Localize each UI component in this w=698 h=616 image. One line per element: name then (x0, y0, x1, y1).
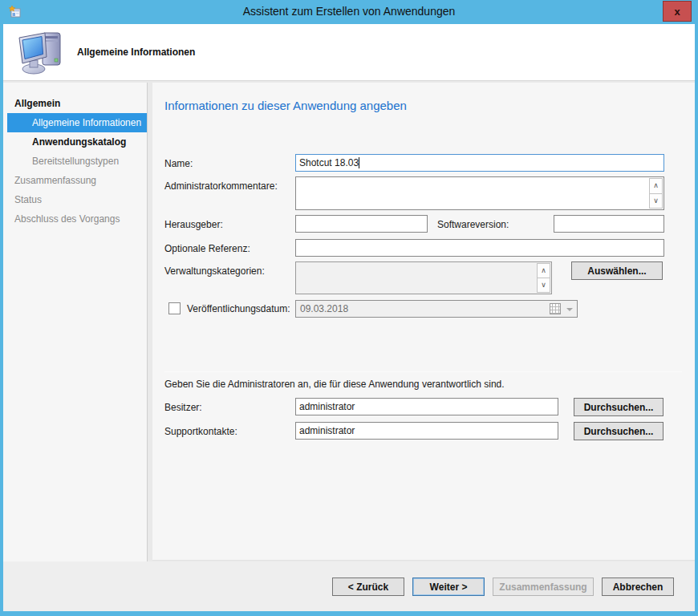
support-contacts-input[interactable] (295, 422, 558, 440)
sidebar-item-status[interactable]: Status (3, 190, 147, 209)
software-version-input[interactable] (554, 215, 664, 233)
select-categories-button[interactable]: Auswählen... (571, 261, 663, 280)
sidebar-item-abschluss[interactable]: Abschluss des Vorgangs (3, 209, 147, 229)
owner-input[interactable] (295, 398, 558, 415)
wizard-nav-sidebar: Allgemein Allgemeine Informationen Anwen… (3, 83, 148, 593)
cancel-button[interactable]: Abbrechen (602, 578, 674, 596)
publisher-label: Herausgeber: (164, 219, 223, 230)
publish-date-input: 09.03.2018 (295, 300, 578, 318)
optional-reference-label: Optionale Referenz: (164, 243, 250, 254)
summary-button: Zusammenfassung (493, 578, 594, 596)
sidebar-item-allgemeine-informationen[interactable]: Allgemeine Informationen (7, 113, 147, 132)
categories-label: Verwaltungskategorien: (164, 265, 265, 277)
publisher-input[interactable] (295, 215, 428, 233)
categories-input: ∧ ∨ (295, 261, 552, 294)
sidebar-item-anwendungskatalog[interactable]: Anwendungskatalog (3, 132, 147, 152)
text-caret (359, 157, 359, 168)
next-button[interactable]: Weiter > (412, 578, 485, 596)
page-title: Informationen zu dieser Anwendung angebe… (164, 99, 407, 112)
scroll-spinner: ∧ ∨ (649, 178, 663, 209)
wizard-window: Assistent zum Erstellen von Anwendungen … (0, 0, 698, 616)
sidebar-item-allgemein[interactable]: Allgemein (3, 94, 147, 113)
close-button[interactable]: x (663, 1, 692, 22)
scroll-spinner: ∧ ∨ (537, 263, 550, 293)
sidebar-item-zusammenfassung[interactable]: Zusammenfassung (3, 171, 147, 190)
name-label: Name: (164, 158, 193, 169)
browse-owner-button[interactable]: Durchsuchen... (574, 398, 664, 416)
publish-date-value: 09.03.2018 (300, 303, 348, 314)
support-contacts-label: Supportkontakte: (164, 426, 237, 437)
scroll-up-icon[interactable]: ∧ (537, 263, 550, 278)
publish-date-label: Veröffentlichungsdatum: (187, 303, 290, 314)
scroll-down-icon[interactable]: ∨ (537, 278, 550, 293)
computer-icon (16, 30, 66, 75)
back-button[interactable]: < Zurück (332, 578, 404, 596)
window-title: Assistent zum Erstellen von Anwendungen (0, 5, 698, 18)
publish-date-checkbox[interactable] (168, 302, 181, 314)
calendar-icon[interactable] (550, 303, 561, 314)
browse-support-button[interactable]: Durchsuchen... (574, 422, 664, 440)
chevron-down-icon[interactable] (566, 308, 573, 311)
close-icon: x (674, 6, 680, 18)
sidebar-item-bereitstellungstypen[interactable]: Bereitstellungstypen (3, 152, 147, 171)
admin-comments-label: Administratorkommentare: (164, 180, 278, 192)
section-divider (164, 371, 682, 372)
titlebar[interactable]: Assistent zum Erstellen von Anwendungen … (0, 0, 698, 24)
software-version-label: Softwareversion: (437, 219, 509, 230)
wizard-header: Allgemeine Informationen (3, 24, 695, 81)
admins-note: Geben Sie die Administratoren an, die fü… (164, 379, 505, 390)
scroll-down-icon[interactable]: ∨ (649, 194, 663, 209)
header-title: Allgemeine Informationen (77, 47, 195, 58)
admin-comments-input[interactable]: ∧ ∨ (295, 176, 664, 210)
optional-reference-input[interactable] (295, 239, 664, 257)
name-input[interactable] (295, 154, 664, 172)
scroll-up-icon[interactable]: ∧ (649, 178, 663, 194)
owner-label: Besitzer: (164, 402, 202, 413)
